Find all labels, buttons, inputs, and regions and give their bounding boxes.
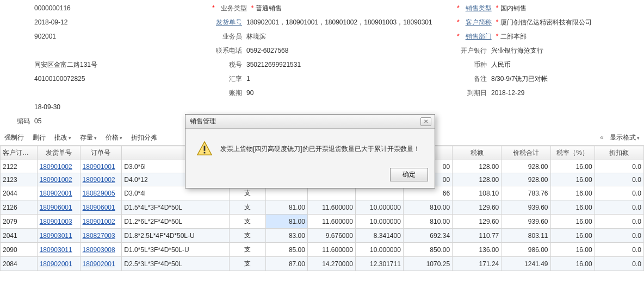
cell[interactable]: 16.00 — [550, 186, 595, 200]
link[interactable]: 180901003 — [40, 218, 72, 225]
link[interactable]: 180902001 — [83, 260, 115, 268]
cell[interactable]: 2090 — [1, 243, 38, 257]
cell[interactable]: 939.60 — [501, 200, 550, 215]
link[interactable]: 180829005 — [83, 190, 115, 197]
link[interactable]: 180901002 — [40, 163, 72, 171]
cell[interactable]: 11.600000 — [307, 215, 355, 229]
ok-button[interactable]: 确定 — [390, 168, 428, 181]
cell[interactable]: 180829005 — [80, 186, 122, 200]
cell[interactable]: 783.76 — [501, 186, 550, 200]
cell[interactable]: 180901002 — [80, 173, 122, 186]
column-header[interactable]: 税率（%） — [550, 146, 595, 160]
cell[interactable]: 136.00 — [453, 243, 501, 257]
toolbar-btn[interactable]: 折扣分摊 — [127, 131, 162, 144]
cell[interactable]: 16.00 — [550, 243, 595, 257]
table-row[interactable]: 2090180903011180903008D1.0*5L*3F*4D*50L-… — [1, 243, 644, 257]
toolbar-btn[interactable]: 删行 — [28, 131, 50, 144]
table-row[interactable]: 2084180902001180902001D2.5*3L*3F*4D*50L支… — [1, 257, 644, 271]
cell[interactable]: 16.00 — [550, 257, 595, 271]
cell[interactable]: 180906001 — [80, 200, 122, 215]
table-row[interactable]: 2126180906001180906001D1.5*4L*3F*4D*50L支… — [1, 200, 644, 215]
column-header[interactable]: 客户订单号 — [1, 146, 38, 160]
cell[interactable]: 2123 — [1, 173, 38, 186]
link[interactable]: 180903008 — [83, 246, 115, 254]
chevron-left-icon[interactable]: « — [600, 134, 605, 141]
cell[interactable]: 0.0 — [595, 243, 643, 257]
cell[interactable]: 128.00 — [453, 173, 501, 186]
cell[interactable]: 180901002 — [37, 160, 80, 173]
cell[interactable]: 108.10 — [453, 186, 501, 200]
cell[interactable]: 928.00 — [501, 160, 550, 173]
cell[interactable]: 171.24 — [453, 257, 501, 271]
cell[interactable]: 2084 — [1, 257, 38, 271]
toolbar-btn[interactable]: 强制行 — [0, 131, 28, 144]
cell[interactable]: 110.77 — [453, 229, 501, 243]
cell[interactable]: D1.0*5L*3F*4D*50L-U — [122, 243, 229, 257]
cell[interactable]: 850.00 — [403, 243, 452, 257]
cell[interactable]: 180902001 — [80, 257, 122, 271]
column-header[interactable]: 价税合计 — [501, 146, 550, 160]
column-header[interactable]: 税额 — [453, 146, 501, 160]
cell[interactable]: 16.00 — [550, 160, 595, 173]
cell[interactable]: 0.0 — [595, 173, 643, 186]
cell[interactable]: 16.00 — [550, 229, 595, 243]
link[interactable]: 180901002 — [40, 176, 72, 184]
cell[interactable]: 180903011 — [37, 243, 80, 257]
cell[interactable]: D1.8*2.5L*4F*4D*50L-U — [122, 229, 229, 243]
toolbar-btn[interactable]: 批改▾ — [50, 131, 76, 144]
cell[interactable]: 180901002 — [80, 215, 122, 229]
cell[interactable]: 810.00 — [403, 215, 452, 229]
cell[interactable]: 2126 — [1, 200, 38, 215]
toolbar-btn[interactable]: 价格▾ — [101, 131, 127, 144]
cell[interactable]: 2041 — [1, 229, 38, 243]
cell[interactable]: 81.00 — [266, 200, 308, 215]
cell[interactable]: 16.00 — [550, 200, 595, 215]
cell[interactable]: 81.00 — [266, 215, 308, 229]
link[interactable]: 180901002 — [83, 176, 115, 184]
cell[interactable]: 11.600000 — [307, 200, 355, 215]
cell[interactable]: 692.34 — [403, 229, 452, 243]
link[interactable]: 180902001 — [40, 190, 72, 197]
cell[interactable]: 180902001 — [37, 257, 80, 271]
cell[interactable]: 2079 — [1, 215, 38, 229]
cell[interactable]: 10.000000 — [355, 200, 403, 215]
link[interactable]: 180901002 — [83, 218, 115, 225]
table-row[interactable]: 2079180901003180901002D1.2*6L*2F*4D*50L支… — [1, 215, 644, 229]
cell[interactable]: 85.00 — [266, 243, 308, 257]
cell[interactable]: 14.270000 — [307, 257, 355, 271]
cell[interactable]: 986.00 — [501, 243, 550, 257]
cell[interactable]: 10.000000 — [355, 243, 403, 257]
cell[interactable]: 83.00 — [266, 229, 308, 243]
cell[interactable]: 12.301711 — [355, 257, 403, 271]
column-header[interactable]: 订单号 — [80, 146, 122, 160]
column-header[interactable]: 发货单号 — [37, 146, 80, 160]
cell[interactable]: 928.00 — [501, 173, 550, 186]
link[interactable]: 180903011 — [40, 232, 72, 240]
cell[interactable]: 支 — [229, 257, 266, 271]
field-label[interactable]: 客户简称 — [462, 18, 492, 27]
field-label[interactable]: 销售部门 — [462, 32, 492, 41]
cell[interactable]: 129.60 — [453, 215, 501, 229]
field-label[interactable]: 发货单号 — [212, 18, 242, 27]
cell[interactable]: 支 — [229, 215, 266, 229]
cell[interactable]: 180901002 — [37, 173, 80, 186]
link[interactable]: 180902001 — [40, 260, 72, 268]
table-row[interactable]: 2041180903011180827003D1.8*2.5L*4F*4D*50… — [1, 229, 644, 243]
cell[interactable]: 180901003 — [37, 215, 80, 229]
cell[interactable]: 128.00 — [453, 160, 501, 173]
cell[interactable]: 129.60 — [453, 200, 501, 215]
cell[interactable]: 0.0 — [595, 186, 643, 200]
cell[interactable]: 1070.25 — [403, 257, 452, 271]
close-icon[interactable]: ✕ — [420, 117, 431, 126]
column-header[interactable]: 折扣额 — [595, 146, 643, 160]
cell[interactable]: D1.5*4L*3F*4D*50L — [122, 200, 229, 215]
cell[interactable]: D1.2*6L*2F*4D*50L — [122, 215, 229, 229]
cell[interactable]: 0.0 — [595, 229, 643, 243]
cell[interactable]: 0.0 — [595, 160, 643, 173]
cell[interactable]: 支 — [229, 243, 266, 257]
cell[interactable]: 8.341400 — [355, 229, 403, 243]
cell[interactable]: 9.676000 — [307, 229, 355, 243]
cell[interactable]: 0.0 — [595, 257, 643, 271]
cell[interactable]: 16.00 — [550, 173, 595, 186]
display-format-button[interactable]: 显示格式▾ — [605, 131, 644, 144]
